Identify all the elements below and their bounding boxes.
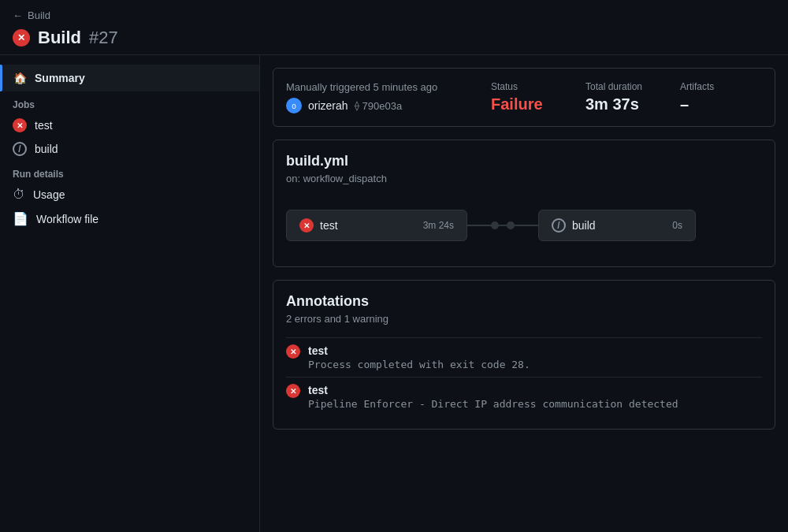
duration-label: Total duration	[585, 81, 655, 92]
username: orizerah	[308, 99, 348, 112]
summary-trigger: Manually triggered 5 minutes ago o orize…	[286, 81, 478, 113]
page-title-text: Build	[38, 28, 81, 48]
summary-card: Manually triggered 5 minutes ago o orize…	[273, 68, 775, 127]
home-icon: 🏠	[13, 71, 27, 85]
test-status-icon	[13, 118, 27, 132]
sidebar-item-summary[interactable]: 🏠 Summary	[0, 65, 259, 91]
annotations-card: Annotations 2 errors and 1 warning test …	[273, 280, 775, 430]
artifacts-label: Artifacts	[680, 81, 749, 92]
build-node-label: build	[572, 219, 596, 232]
duration-stat: Total duration 3m 37s	[573, 81, 667, 113]
duration-value: 3m 37s	[585, 95, 655, 113]
run-details-section-label: Run details	[0, 161, 259, 183]
connector-dot-right	[507, 221, 515, 229]
sidebar-summary-label: Summary	[35, 72, 85, 84]
annotation-item-0: test Process completed with exit code 28…	[286, 337, 762, 377]
arrow-left-icon: ←	[13, 9, 23, 21]
pipeline-node-test[interactable]: test 3m 24s	[286, 210, 467, 241]
artifacts-stat: Artifacts –	[667, 81, 762, 113]
annotation-text-0: test Process completed with exit code 28…	[308, 344, 530, 370]
sidebar-item-test[interactable]: test	[0, 113, 259, 137]
connector-line-mid	[499, 225, 507, 226]
annotation-job-1: test	[308, 384, 678, 396]
back-link[interactable]: ← Build	[13, 9, 775, 21]
build-node-duration: 0s	[672, 220, 682, 231]
workflow-trigger: on: workflow_dispatch	[286, 173, 762, 184]
trigger-label: Manually triggered 5 minutes ago	[286, 81, 478, 93]
commit-sha: 790e03a	[362, 100, 403, 112]
connector-dot-left	[491, 221, 499, 229]
content-area: Manually triggered 5 minutes ago o orize…	[260, 55, 788, 532]
status-label: Status	[491, 81, 560, 92]
page-title: Build #27	[13, 28, 775, 48]
build-job-label: build	[35, 143, 58, 155]
build-status-icon-sidebar	[13, 142, 27, 156]
annotations-count: 2 errors and 1 warning	[286, 313, 762, 325]
pipeline-graph: test 3m 24s build 0s	[286, 203, 762, 254]
avatar: o	[286, 98, 302, 113]
sidebar-item-usage[interactable]: ⏱ Usage	[0, 183, 259, 206]
pipeline-node-build[interactable]: build 0s	[538, 210, 696, 241]
annotation-msg-1: Pipeline Enforcer - Direct IP address co…	[308, 398, 678, 410]
annotation-job-0: test	[308, 344, 530, 357]
annotations-title: Annotations	[286, 293, 762, 310]
topbar: ← Build Build #27	[0, 0, 788, 55]
test-job-label: test	[35, 119, 53, 132]
connector-line-right	[515, 225, 538, 226]
main-layout: 🏠 Summary Jobs test build Run details ⏱ …	[0, 55, 788, 532]
trigger-info: o orizerah ⟠ 790e03a	[286, 98, 478, 113]
sidebar-item-workflow-file[interactable]: 📄 Workflow file	[0, 206, 259, 231]
test-node-status-icon	[299, 218, 314, 233]
pipeline-connector	[467, 221, 538, 229]
workflow-card: build.yml on: workflow_dispatch test 3m …	[273, 140, 775, 267]
status-value: Failure	[491, 95, 560, 113]
file-icon: 📄	[13, 211, 28, 226]
workflow-file-label: Workflow file	[36, 213, 98, 225]
usage-label: Usage	[33, 188, 65, 201]
test-node-label: test	[320, 219, 338, 232]
jobs-section-label: Jobs	[0, 91, 259, 113]
status-stat: Status Failure	[478, 81, 573, 113]
annotation-error-icon-1	[286, 384, 300, 398]
workflow-filename: build.yml	[286, 153, 762, 169]
commit-icon: ⟠	[355, 100, 359, 111]
commit-hash: ⟠ 790e03a	[355, 100, 403, 112]
back-label: Build	[28, 9, 50, 21]
annotation-msg-0: Process completed with exit code 28.	[308, 359, 530, 370]
annotation-error-icon-0	[286, 344, 300, 359]
connector-line-left	[467, 225, 491, 226]
build-number: #27	[89, 28, 118, 48]
test-node-duration: 3m 24s	[423, 220, 454, 231]
build-node-status-icon	[552, 218, 566, 233]
annotation-item-1: test Pipeline Enforcer - Direct IP addre…	[286, 377, 762, 416]
artifacts-value: –	[680, 95, 749, 113]
build-status-icon	[13, 29, 30, 47]
sidebar-item-build[interactable]: build	[0, 137, 259, 161]
clock-icon: ⏱	[13, 188, 25, 202]
annotation-text-1: test Pipeline Enforcer - Direct IP addre…	[308, 384, 678, 410]
sidebar: 🏠 Summary Jobs test build Run details ⏱ …	[0, 55, 260, 532]
